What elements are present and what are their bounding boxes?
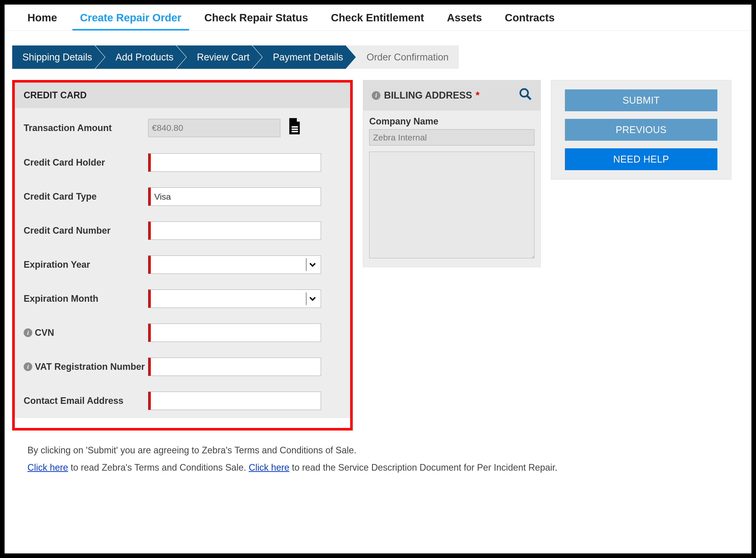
page-root: Home Create Repair Order Check Repair St… — [5, 5, 751, 553]
row-vat: i VAT Registration Number — [24, 358, 341, 376]
top-nav: Home Create Repair Order Check Repair St… — [5, 5, 751, 31]
card-holder-field[interactable] — [148, 153, 321, 172]
nav-assets[interactable]: Assets — [439, 9, 490, 30]
footer-line2-mid2: to read the Service Description Document… — [289, 462, 558, 473]
svg-point-3 — [520, 89, 528, 97]
info-icon[interactable]: i — [372, 91, 381, 100]
row-card-holder: Credit Card Holder — [24, 153, 341, 172]
label-exp-month: Expiration Month — [24, 293, 148, 304]
step-order-confirmation: Order Confirmation — [346, 46, 459, 69]
billing-header-label: BILLING ADDRESS — [384, 90, 472, 101]
row-card-number: Credit Card Number — [24, 222, 341, 240]
label-card-type: Credit Card Type — [24, 191, 148, 202]
label-contact-email: Contact Email Address — [24, 395, 148, 406]
nav-home[interactable]: Home — [20, 9, 65, 30]
row-card-type: Credit Card Type Visa — [24, 187, 341, 206]
nav-create-repair-order[interactable]: Create Repair Order — [72, 9, 189, 30]
label-cvn: CVN — [35, 327, 54, 338]
svg-rect-0 — [292, 126, 298, 127]
cvn-field[interactable] — [148, 324, 321, 342]
footer-line1: By clicking on 'Submit' you are agreeing… — [27, 442, 729, 459]
credit-card-highlight: CREDIT CARD Transaction Amount Cred — [12, 80, 353, 431]
svg-rect-1 — [292, 128, 298, 130]
billing-address-textarea[interactable] — [369, 152, 534, 258]
company-name-field — [369, 129, 534, 146]
billing-address-panel: i BILLING ADDRESS * Company Name — [363, 80, 541, 267]
previous-button[interactable]: PREVIOUS — [565, 119, 717, 141]
credit-card-body: Transaction Amount Credit Card Holder — [15, 108, 350, 417]
vat-field[interactable] — [148, 358, 321, 376]
terms-link[interactable]: Click here — [27, 462, 68, 473]
exp-month-combo[interactable] — [148, 289, 321, 308]
row-contact-email: Contact Email Address — [24, 391, 341, 410]
row-exp-month: Expiration Month — [24, 289, 341, 308]
row-transaction-amount: Transaction Amount — [24, 118, 341, 138]
exp-year-combo[interactable] — [148, 255, 321, 274]
credit-card-panel: CREDIT CARD Transaction Amount Cred — [15, 82, 350, 418]
document-icon[interactable] — [287, 118, 302, 138]
info-icon[interactable]: i — [24, 328, 32, 337]
footer-line2-mid1: to read Zebra's Terms and Conditions Sal… — [68, 462, 249, 473]
main-area: CREDIT CARD Transaction Amount Cred — [5, 69, 751, 431]
credit-card-header: CREDIT CARD — [15, 83, 350, 108]
footer-text: By clicking on 'Submit' you are agreeing… — [5, 431, 751, 477]
label-company-name: Company Name — [369, 116, 534, 127]
nav-contracts[interactable]: Contracts — [497, 9, 562, 30]
step-shipping-details[interactable]: Shipping Details — [12, 46, 105, 69]
label-vat: VAT Registration Number — [35, 361, 145, 372]
nav-check-entitlement[interactable]: Check Entitlement — [323, 9, 432, 30]
label-exp-year: Expiration Year — [24, 259, 148, 270]
footer-line2: Click here to read Zebra's Terms and Con… — [27, 459, 729, 476]
svg-rect-2 — [292, 131, 298, 132]
required-asterisk: * — [476, 90, 480, 101]
info-icon[interactable]: i — [24, 362, 32, 371]
svg-line-4 — [527, 96, 531, 100]
chevron-down-icon[interactable] — [306, 258, 319, 271]
actions-panel: SUBMIT PREVIOUS NEED HELP — [551, 80, 731, 180]
billing-header: i BILLING ADDRESS * — [363, 80, 540, 110]
card-number-field[interactable] — [148, 222, 321, 240]
row-exp-year: Expiration Year — [24, 255, 341, 274]
submit-button[interactable]: SUBMIT — [565, 90, 717, 111]
transaction-amount-field — [148, 119, 280, 137]
row-cvn: i CVN — [24, 324, 341, 342]
step-review-cart[interactable]: Review Cart — [177, 46, 262, 69]
contact-email-field[interactable] — [148, 391, 321, 410]
wizard-steps: Shipping Details Add Products Review Car… — [12, 46, 751, 69]
service-doc-link[interactable]: Click here — [249, 462, 289, 473]
nav-check-repair-status[interactable]: Check Repair Status — [197, 9, 316, 30]
need-help-button[interactable]: NEED HELP — [565, 148, 717, 170]
credit-card-header-label: CREDIT CARD — [24, 90, 87, 101]
step-payment-details[interactable]: Payment Details — [252, 46, 356, 69]
step-add-products[interactable]: Add Products — [95, 46, 186, 69]
label-card-number: Credit Card Number — [24, 225, 148, 236]
chevron-down-icon[interactable] — [306, 292, 319, 305]
card-type-select[interactable]: Visa — [148, 187, 321, 206]
search-icon[interactable] — [519, 87, 532, 103]
billing-body: Company Name — [363, 110, 540, 267]
label-card-holder: Credit Card Holder — [24, 157, 148, 168]
label-transaction-amount: Transaction Amount — [24, 122, 148, 133]
